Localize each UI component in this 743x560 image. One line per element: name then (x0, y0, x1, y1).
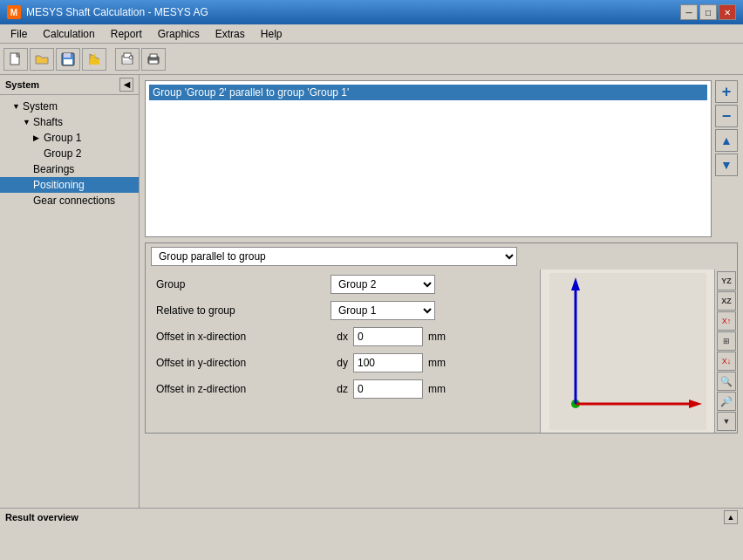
zoom-in-button[interactable]: 🔍 (717, 372, 736, 391)
view-fit-button[interactable]: ⊞ (717, 331, 736, 351)
run-button[interactable] (82, 48, 106, 71)
view-yz-button[interactable]: YZ (717, 271, 736, 290)
shafts-toggle-icon: ▼ (23, 118, 31, 126)
viewport-tools: YZ XZ X↑ ⊞ X↓ 🔍 🔎 ▼ (714, 270, 737, 433)
window-title: MESYS Shaft Calculation - MESYS AG (26, 6, 208, 18)
menu-file[interactable]: File (3, 26, 34, 42)
svg-point-9 (129, 56, 133, 59)
close-button[interactable]: ✕ (719, 4, 736, 20)
sidebar-item-shafts-label: Shafts (33, 116, 63, 128)
sidebar-toggle-button[interactable]: ◀ (119, 78, 133, 92)
group-dropdown[interactable]: Group 1 Group 2 (331, 275, 435, 294)
group1-toggle-icon: ▶ (33, 133, 42, 142)
sidebar-title: System (5, 79, 39, 90)
relative-group-label: Relative to group (156, 304, 331, 317)
sidebar-item-shafts[interactable]: ▼ Shafts (0, 114, 139, 130)
lower-panel: Group parallel to group Group offset to … (145, 242, 738, 434)
offset-x-row: Offset in x-direction dx mm (156, 327, 529, 346)
sidebar-item-group2-label: Group 2 (44, 147, 81, 160)
sidebar-item-system-label: System (23, 100, 58, 113)
window-controls: ─ □ ✕ (680, 4, 736, 20)
sidebar-header: System ◀ (0, 75, 139, 95)
list-action-buttons: + − ▲ ▼ (715, 80, 738, 237)
offset-x-input[interactable] (353, 327, 423, 346)
new-button[interactable] (3, 48, 28, 71)
group-field-row: Group Group 1 Group 2 (156, 275, 529, 294)
list-and-buttons-container: Group 'Group 2' parallel to group 'Group… (145, 80, 738, 237)
offset-z-label: Offset in z-direction (156, 383, 331, 395)
dz-symbol: dz (331, 383, 348, 395)
menu-help[interactable]: Help (254, 26, 290, 42)
menu-extras[interactable]: Extras (208, 26, 252, 42)
dx-symbol: dx (331, 331, 348, 343)
menu-report[interactable]: Report (104, 26, 149, 42)
menu-bar: File Calculation Report Graphics Extras … (0, 24, 743, 44)
new-icon (9, 52, 23, 66)
viewport[interactable] (540, 270, 714, 433)
group-field-label: Group (156, 278, 331, 290)
sidebar-item-gear-connections[interactable]: Gear connections (0, 193, 139, 208)
title-bar: M MESYS Shaft Calculation - MESYS AG ─ □… (0, 0, 743, 24)
print-button[interactable] (141, 48, 166, 71)
form-area: Group Group 1 Group 2 Relative to group (146, 270, 540, 433)
sidebar: System ◀ ▼ System ▼ Shafts ▶ Group 1 Gro… (0, 75, 140, 508)
more-tools-button[interactable]: ▼ (717, 412, 736, 431)
sidebar-item-group2[interactable]: Group 2 (0, 146, 139, 161)
sidebar-item-bearings[interactable]: Bearings (0, 161, 139, 177)
relative-group-dropdown[interactable]: Group 1 Group 2 (331, 301, 435, 320)
system-toggle-icon: ▼ (12, 102, 21, 111)
offset-x-unit: mm (428, 331, 446, 343)
results-area: Result overview ▲ (0, 508, 743, 560)
bearings-toggle-icon (23, 165, 31, 174)
gear-connections-toggle-icon (23, 196, 31, 205)
results-toggle-button[interactable]: ▲ (724, 510, 738, 524)
offset-z-input[interactable] (353, 379, 423, 399)
positioning-type-dropdown[interactable]: Group parallel to group Group offset to … (151, 247, 517, 266)
run-icon (87, 52, 101, 66)
viewport-container: YZ XZ X↑ ⊞ X↓ 🔍 🔎 ▼ (540, 270, 737, 433)
positioning-toggle-icon (23, 181, 31, 189)
group-control-area: Group 1 Group 2 (331, 275, 435, 294)
maximize-button[interactable]: □ (699, 4, 717, 20)
offset-y-input[interactable] (353, 353, 423, 372)
print-icon (147, 52, 160, 66)
zoom-out-button[interactable]: 🔎 (717, 392, 736, 411)
positioning-list[interactable]: Group 'Group 2' parallel to group 'Group… (145, 80, 712, 237)
sidebar-item-group1-label: Group 1 (44, 132, 81, 144)
app-icon: M (7, 5, 21, 19)
sidebar-item-system[interactable]: ▼ System (0, 99, 139, 114)
sidebar-tree: ▼ System ▼ Shafts ▶ Group 1 Group 2 Bear (0, 95, 139, 508)
offset-y-unit: mm (428, 357, 446, 369)
group2-toggle-icon (33, 149, 42, 158)
offset-y-label: Offset in y-direction (156, 357, 331, 369)
open-button[interactable] (30, 48, 54, 71)
relative-group-field-row: Relative to group Group 1 Group 2 (156, 301, 529, 320)
add-button[interactable]: + (715, 80, 738, 103)
view-3d-button[interactable]: X↓ (717, 352, 736, 371)
move-down-button[interactable]: ▼ (715, 154, 738, 176)
offset-x-control: dx mm (331, 327, 446, 346)
remove-button[interactable]: − (715, 105, 738, 127)
main-content: System ◀ ▼ System ▼ Shafts ▶ Group 1 Gro… (0, 75, 743, 508)
sidebar-item-gear-connections-label: Gear connections (33, 195, 115, 207)
menu-graphics[interactable]: Graphics (151, 26, 207, 42)
svg-rect-2 (64, 53, 71, 58)
save-button[interactable] (56, 48, 80, 71)
offset-z-control: dz mm (331, 379, 446, 399)
svg-rect-8 (123, 60, 132, 64)
results-label: Result overview (5, 512, 78, 522)
save-icon (61, 52, 75, 66)
list-item[interactable]: Group 'Group 2' parallel to group 'Group… (149, 85, 707, 100)
menu-calculation[interactable]: Calculation (36, 26, 101, 42)
print-preview-button[interactable] (115, 48, 140, 71)
minimize-button[interactable]: ─ (680, 4, 698, 20)
toolbar (0, 44, 743, 75)
sidebar-item-positioning[interactable]: Positioning (0, 177, 139, 193)
view-x-red-button[interactable]: X↑ (717, 311, 736, 331)
sidebar-item-group1[interactable]: ▶ Group 1 (0, 130, 139, 146)
move-up-button[interactable]: ▲ (715, 129, 738, 152)
results-header: Result overview ▲ (5, 510, 738, 524)
view-xz-button[interactable]: XZ (717, 291, 736, 311)
svg-rect-12 (149, 60, 158, 64)
type-dropdown-row: Group parallel to group Group offset to … (146, 243, 737, 266)
